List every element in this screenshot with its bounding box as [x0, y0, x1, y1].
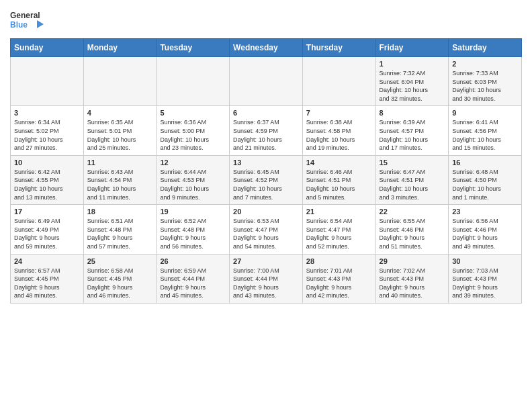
day-number: 15 — [380, 158, 445, 167]
day-number: 3 — [14, 109, 80, 117]
day-number: 21 — [306, 208, 372, 216]
day-info: Sunrise: 6:43 AM Sunset: 4:54 PM Dayligh… — [87, 168, 153, 201]
calendar-day-cell: 20Sunrise: 6:53 AM Sunset: 4:47 PM Dayli… — [230, 205, 303, 254]
day-info: Sunrise: 6:56 AM Sunset: 4:46 PM Dayligh… — [452, 217, 518, 250]
day-info: Sunrise: 7:32 AM Sunset: 6:04 PM Dayligh… — [380, 69, 445, 103]
calendar-week-row: 1Sunrise: 7:32 AM Sunset: 6:04 PM Daylig… — [11, 57, 522, 106]
day-number: 23 — [452, 208, 518, 216]
day-number: 13 — [233, 158, 299, 167]
calendar-day-cell: 22Sunrise: 6:55 AM Sunset: 4:46 PM Dayli… — [375, 205, 449, 254]
day-info: Sunrise: 6:35 AM Sunset: 5:01 PM Dayligh… — [87, 118, 153, 152]
day-info: Sunrise: 6:48 AM Sunset: 4:50 PM Dayligh… — [452, 168, 518, 201]
day-info: Sunrise: 6:39 AM Sunset: 4:57 PM Dayligh… — [380, 118, 445, 152]
day-number: 8 — [380, 109, 445, 117]
day-info: Sunrise: 6:54 AM Sunset: 4:47 PM Dayligh… — [306, 217, 372, 250]
day-number: 19 — [160, 208, 226, 216]
day-info: Sunrise: 7:01 AM Sunset: 4:43 PM Dayligh… — [306, 267, 372, 300]
calendar-day-cell: 24Sunrise: 6:57 AM Sunset: 4:45 PM Dayli… — [11, 254, 84, 303]
day-number: 25 — [87, 257, 153, 265]
calendar-day-cell: 10Sunrise: 6:42 AM Sunset: 4:55 PM Dayli… — [11, 155, 84, 204]
day-number: 24 — [14, 257, 80, 265]
day-of-week-header: Tuesday — [157, 39, 230, 57]
day-info: Sunrise: 6:37 AM Sunset: 4:59 PM Dayligh… — [233, 118, 299, 152]
day-of-week-header: Friday — [375, 39, 449, 57]
day-number: 26 — [160, 257, 226, 265]
day-number: 28 — [306, 257, 372, 265]
calendar-day-cell: 17Sunrise: 6:49 AM Sunset: 4:49 PM Dayli… — [11, 205, 84, 254]
day-number: 27 — [233, 257, 299, 265]
calendar-day-cell: 30Sunrise: 7:03 AM Sunset: 4:43 PM Dayli… — [449, 254, 522, 303]
day-info: Sunrise: 6:46 AM Sunset: 4:51 PM Dayligh… — [306, 168, 372, 201]
day-info: Sunrise: 7:02 AM Sunset: 4:43 PM Dayligh… — [380, 267, 445, 300]
svg-text:General: General — [10, 11, 40, 20]
day-number: 5 — [160, 109, 226, 117]
calendar-day-cell: 1Sunrise: 7:32 AM Sunset: 6:04 PM Daylig… — [375, 57, 449, 106]
svg-marker-2 — [37, 20, 44, 28]
day-number: 7 — [306, 109, 372, 117]
day-of-week-header: Thursday — [302, 39, 375, 57]
day-info: Sunrise: 6:44 AM Sunset: 4:53 PM Dayligh… — [160, 168, 226, 201]
day-number: 11 — [87, 158, 153, 167]
calendar-day-cell: 5Sunrise: 6:36 AM Sunset: 5:00 PM Daylig… — [157, 106, 230, 155]
day-info: Sunrise: 7:00 AM Sunset: 4:44 PM Dayligh… — [233, 267, 299, 300]
calendar-day-cell: 23Sunrise: 6:56 AM Sunset: 4:46 PM Dayli… — [449, 205, 522, 254]
calendar-day-cell: 16Sunrise: 6:48 AM Sunset: 4:50 PM Dayli… — [449, 155, 522, 204]
logo: GeneralBlue — [10, 9, 44, 33]
calendar-day-cell — [230, 57, 303, 106]
calendar-day-cell: 9Sunrise: 6:41 AM Sunset: 4:56 PM Daylig… — [449, 106, 522, 155]
day-number: 16 — [452, 158, 518, 167]
calendar-day-cell: 6Sunrise: 6:37 AM Sunset: 4:59 PM Daylig… — [230, 106, 303, 155]
day-info: Sunrise: 7:03 AM Sunset: 4:43 PM Dayligh… — [452, 267, 518, 300]
day-number: 1 — [380, 60, 445, 68]
calendar-week-row: 17Sunrise: 6:49 AM Sunset: 4:49 PM Dayli… — [11, 205, 522, 254]
calendar-day-cell: 26Sunrise: 6:59 AM Sunset: 4:44 PM Dayli… — [157, 254, 230, 303]
day-info: Sunrise: 6:57 AM Sunset: 4:45 PM Dayligh… — [14, 267, 80, 300]
day-info: Sunrise: 6:53 AM Sunset: 4:47 PM Dayligh… — [233, 217, 299, 250]
day-info: Sunrise: 6:49 AM Sunset: 4:49 PM Dayligh… — [14, 217, 80, 250]
calendar-header-row: SundayMondayTuesdayWednesdayThursdayFrid… — [11, 39, 522, 57]
day-info: Sunrise: 6:51 AM Sunset: 4:48 PM Dayligh… — [87, 217, 153, 250]
calendar-table: SundayMondayTuesdayWednesdayThursdayFrid… — [10, 38, 522, 304]
day-number: 29 — [380, 257, 445, 265]
day-info: Sunrise: 6:45 AM Sunset: 4:52 PM Dayligh… — [233, 168, 299, 201]
day-info: Sunrise: 6:59 AM Sunset: 4:44 PM Dayligh… — [160, 267, 226, 300]
day-info: Sunrise: 6:41 AM Sunset: 4:56 PM Dayligh… — [452, 118, 518, 152]
calendar-week-row: 10Sunrise: 6:42 AM Sunset: 4:55 PM Dayli… — [11, 155, 522, 204]
calendar-day-cell: 18Sunrise: 6:51 AM Sunset: 4:48 PM Dayli… — [83, 205, 157, 254]
day-info: Sunrise: 6:55 AM Sunset: 4:46 PM Dayligh… — [380, 217, 445, 250]
day-number: 10 — [14, 158, 80, 167]
calendar-day-cell: 15Sunrise: 6:47 AM Sunset: 4:51 PM Dayli… — [375, 155, 449, 204]
day-number: 2 — [452, 60, 518, 68]
day-info: Sunrise: 7:33 AM Sunset: 6:03 PM Dayligh… — [452, 69, 518, 103]
day-number: 30 — [452, 257, 518, 265]
day-of-week-header: Wednesday — [230, 39, 303, 57]
day-of-week-header: Sunday — [11, 39, 84, 57]
calendar-day-cell — [302, 57, 375, 106]
day-number: 20 — [233, 208, 299, 216]
day-info: Sunrise: 6:36 AM Sunset: 5:00 PM Dayligh… — [160, 118, 226, 152]
day-number: 6 — [233, 109, 299, 117]
calendar-day-cell: 4Sunrise: 6:35 AM Sunset: 5:01 PM Daylig… — [83, 106, 157, 155]
svg-text:Blue: Blue — [10, 20, 28, 30]
day-number: 18 — [87, 208, 153, 216]
calendar-week-row: 3Sunrise: 6:34 AM Sunset: 5:02 PM Daylig… — [11, 106, 522, 155]
day-number: 22 — [380, 208, 445, 216]
page-header: GeneralBlue — [10, 7, 522, 33]
day-of-week-header: Saturday — [449, 39, 522, 57]
day-of-week-header: Monday — [83, 39, 157, 57]
calendar-day-cell — [157, 57, 230, 106]
calendar-week-row: 24Sunrise: 6:57 AM Sunset: 4:45 PM Dayli… — [11, 254, 522, 303]
calendar-day-cell: 3Sunrise: 6:34 AM Sunset: 5:02 PM Daylig… — [11, 106, 84, 155]
day-number: 4 — [87, 109, 153, 117]
calendar-day-cell: 27Sunrise: 7:00 AM Sunset: 4:44 PM Dayli… — [230, 254, 303, 303]
day-info: Sunrise: 6:42 AM Sunset: 4:55 PM Dayligh… — [14, 168, 80, 201]
calendar-day-cell: 12Sunrise: 6:44 AM Sunset: 4:53 PM Dayli… — [157, 155, 230, 204]
calendar-day-cell — [11, 57, 84, 106]
day-info: Sunrise: 6:52 AM Sunset: 4:48 PM Dayligh… — [160, 217, 226, 250]
day-info: Sunrise: 6:47 AM Sunset: 4:51 PM Dayligh… — [380, 168, 445, 201]
day-info: Sunrise: 6:34 AM Sunset: 5:02 PM Dayligh… — [14, 118, 80, 152]
calendar-day-cell: 28Sunrise: 7:01 AM Sunset: 4:43 PM Dayli… — [302, 254, 375, 303]
calendar-day-cell: 14Sunrise: 6:46 AM Sunset: 4:51 PM Dayli… — [302, 155, 375, 204]
calendar-day-cell: 11Sunrise: 6:43 AM Sunset: 4:54 PM Dayli… — [83, 155, 157, 204]
calendar-day-cell: 13Sunrise: 6:45 AM Sunset: 4:52 PM Dayli… — [230, 155, 303, 204]
